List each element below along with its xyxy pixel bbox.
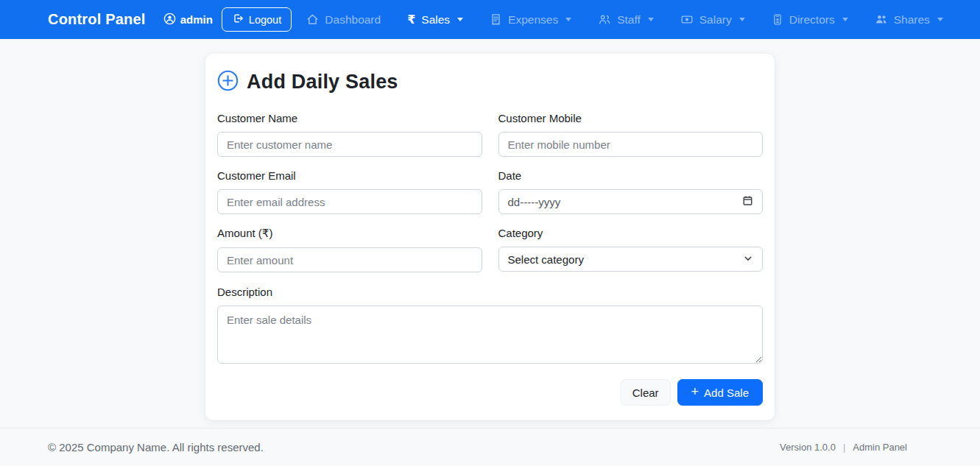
caret-down-icon (457, 18, 463, 21)
customer-mobile-input[interactable] (498, 132, 764, 157)
field-category: Category Select category (498, 227, 764, 272)
person-badge-icon (772, 13, 783, 26)
field-customer-mobile: Customer Mobile (498, 112, 764, 157)
sales-form: Customer Name Customer Mobile Customer E… (217, 112, 763, 367)
main-content: Add Daily Sales Customer Name Customer M… (0, 39, 980, 428)
caret-down-icon (937, 18, 943, 21)
customer-email-label: Customer Email (217, 169, 482, 182)
people-fill-icon (875, 13, 888, 26)
description-textarea[interactable] (217, 306, 763, 364)
nav-item-salary[interactable]: Salary (680, 13, 745, 27)
username-label: admin (180, 13, 213, 26)
person-circle-icon (163, 13, 176, 27)
clear-button[interactable]: Clear (621, 379, 671, 406)
logout-button[interactable]: Logout (222, 7, 292, 32)
nav-label: Expenses (508, 13, 558, 27)
people-icon (598, 13, 611, 26)
caret-down-icon (739, 18, 745, 21)
page-footer: © 2025 Company Name. All rights reserved… (0, 428, 980, 466)
brand-title[interactable]: Control Panel (48, 11, 146, 28)
version-label: Version 1.0.0 (780, 442, 836, 453)
nav-label: Sales (421, 13, 450, 27)
date-label: Date (498, 169, 764, 182)
add-sale-label: Add Sale (704, 386, 749, 399)
nav-item-shares[interactable]: Shares (875, 13, 943, 27)
customer-name-label: Customer Name (217, 112, 482, 124)
chevron-down-icon (743, 253, 753, 266)
plus-circle-icon (217, 70, 239, 94)
nav-label: Directors (789, 13, 835, 27)
page-title: Add Daily Sales (247, 71, 398, 93)
amount-input[interactable] (217, 247, 482, 272)
customer-mobile-label: Customer Mobile (498, 112, 764, 124)
field-customer-email: Customer Email (217, 169, 482, 214)
box-arrow-right-icon (232, 13, 244, 27)
main-navigation: Dashboard ₹ Sales Expenses (292, 13, 958, 27)
calendar-icon[interactable] (742, 195, 753, 208)
customer-email-input[interactable] (217, 189, 482, 214)
date-input[interactable]: dd-----yyyy (498, 189, 764, 214)
category-value: Select category (508, 253, 584, 266)
nav-label: Salary (699, 13, 732, 27)
category-select[interactable]: Select category (498, 247, 764, 272)
amount-label: Amount (₹) (217, 227, 482, 240)
copyright-text: © 2025 Company Name. All rights reserved… (48, 441, 264, 453)
category-label: Category (498, 227, 764, 239)
customer-name-input[interactable] (217, 132, 482, 157)
top-navbar: Control Panel admin Logout (0, 0, 980, 39)
card-title-row: Add Daily Sales (217, 70, 763, 94)
nav-label: Shares (894, 13, 930, 27)
add-sale-button[interactable]: + Add Sale (677, 379, 763, 406)
footer-meta: Version 1.0.0 | Admin Panel (780, 442, 907, 453)
field-amount: Amount (₹) (217, 227, 482, 272)
field-customer-name: Customer Name (217, 112, 482, 157)
nav-item-dashboard[interactable]: Dashboard (306, 13, 381, 27)
nav-item-directors[interactable]: Directors (772, 13, 848, 27)
date-value: dd-----yyyy (508, 196, 561, 208)
house-icon (306, 13, 319, 26)
nav-item-staff[interactable]: Staff (598, 13, 654, 27)
logout-label: Logout (249, 14, 281, 26)
caret-down-icon (648, 18, 654, 21)
description-label: Description (217, 286, 763, 298)
form-actions: Clear + Add Sale (217, 379, 763, 406)
rupee-icon: ₹ (407, 14, 415, 26)
receipt-icon (490, 13, 502, 26)
field-description: Description (217, 286, 763, 367)
nav-item-expenses[interactable]: Expenses (490, 13, 571, 27)
caret-down-icon (565, 18, 571, 21)
user-menu[interactable]: admin (163, 13, 213, 27)
footer-separator: | (843, 442, 845, 453)
field-date: Date dd-----yyyy (498, 169, 764, 214)
cash-icon (680, 13, 694, 26)
nav-label: Dashboard (325, 13, 381, 27)
nav-item-sales[interactable]: ₹ Sales (407, 13, 463, 27)
nav-label: Staff (617, 13, 641, 27)
caret-down-icon (842, 18, 848, 21)
add-daily-sales-card: Add Daily Sales Customer Name Customer M… (205, 54, 775, 420)
admin-panel-label: Admin Panel (853, 442, 907, 453)
plus-icon: + (691, 385, 699, 398)
